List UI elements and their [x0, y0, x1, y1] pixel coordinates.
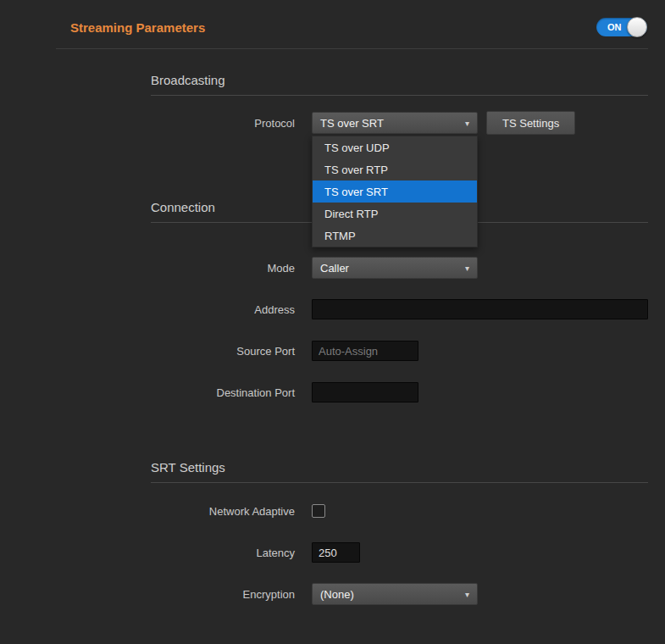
source-port-label: Source Port [56, 345, 295, 358]
encryption-label: Encryption [56, 588, 295, 601]
chevron-down-icon: ▾ [465, 590, 469, 599]
address-row: Address [56, 297, 648, 321]
protocol-selected-value: TS over SRT [320, 117, 384, 130]
mode-label: Mode [56, 262, 295, 275]
toggle-on-label: ON [607, 22, 622, 32]
network-adaptive-label: Network Adaptive [56, 505, 295, 518]
protocol-dropdown[interactable]: TS over SRT ▾ [312, 112, 478, 134]
section-title-srt-settings: SRT Settings [151, 460, 648, 483]
streaming-on-toggle[interactable]: ON [596, 18, 647, 36]
ts-settings-button[interactable]: TS Settings [486, 111, 575, 135]
latency-label: Latency [56, 547, 295, 559]
address-label: Address [56, 303, 295, 316]
menu-item-ts-over-srt[interactable]: TS over SRT [313, 180, 477, 203]
page-title: Streaming Parameters [70, 20, 205, 35]
network-adaptive-checkbox[interactable] [312, 504, 325, 518]
toggle-knob[interactable] [627, 17, 647, 37]
chevron-down-icon: ▾ [465, 119, 469, 128]
encryption-selected-value: (None) [320, 588, 354, 601]
encryption-dropdown[interactable]: (None) ▾ [312, 583, 478, 605]
section-title-broadcasting: Broadcasting [151, 73, 648, 96]
protocol-row: Protocol TS over SRT ▾ TS Settings [56, 111, 648, 135]
source-port-input[interactable] [312, 341, 418, 361]
mode-row: Mode Caller ▾ [56, 256, 648, 280]
latency-row: Latency [56, 541, 648, 564]
streaming-parameters-panel: Streaming Parameters ON Broadcasting Pro… [0, 0, 665, 644]
destination-port-label: Destination Port [56, 386, 295, 399]
latency-input[interactable] [312, 542, 360, 563]
mode-dropdown[interactable]: Caller ▾ [312, 257, 478, 279]
address-input[interactable] [312, 299, 648, 319]
chevron-down-icon: ▾ [465, 264, 469, 273]
protocol-label: Protocol [56, 117, 295, 130]
menu-item-ts-over-udp[interactable]: TS over UDP [313, 136, 477, 158]
ts-settings-button-label: TS Settings [502, 117, 559, 130]
encryption-row: Encryption (None) ▾ [56, 582, 648, 606]
destination-port-input[interactable] [312, 382, 418, 402]
menu-item-ts-over-rtp[interactable]: TS over RTP [313, 158, 477, 180]
menu-item-direct-rtp[interactable]: Direct RTP [313, 203, 477, 225]
menu-item-rtmp[interactable]: RTMP [313, 225, 477, 247]
mode-selected-value: Caller [320, 262, 349, 275]
header-divider [56, 48, 648, 49]
source-port-row: Source Port [56, 339, 648, 363]
protocol-dropdown-menu: TS over UDP TS over RTP TS over SRT Dire… [312, 136, 478, 247]
destination-port-row: Destination Port [56, 380, 648, 404]
network-adaptive-row: Network Adaptive [56, 499, 648, 523]
